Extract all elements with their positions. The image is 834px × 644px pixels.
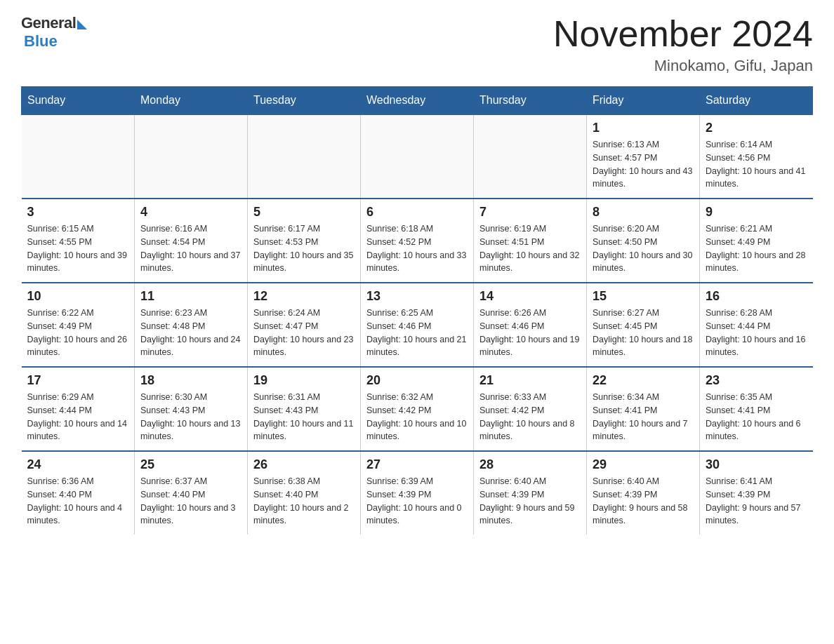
calendar-cell: 27Sunrise: 6:39 AMSunset: 4:39 PMDayligh… bbox=[361, 451, 474, 535]
header-wednesday: Wednesday bbox=[361, 87, 474, 115]
day-number: 18 bbox=[140, 373, 241, 388]
day-number: 4 bbox=[140, 205, 241, 220]
calendar-cell: 16Sunrise: 6:28 AMSunset: 4:44 PMDayligh… bbox=[700, 283, 813, 367]
day-number: 19 bbox=[253, 373, 355, 388]
header-monday: Monday bbox=[135, 87, 248, 115]
day-number: 24 bbox=[27, 457, 129, 472]
day-number: 20 bbox=[366, 373, 468, 388]
calendar-cell bbox=[248, 114, 361, 199]
logo-general-text: General bbox=[21, 14, 76, 32]
calendar-cell: 6Sunrise: 6:18 AMSunset: 4:52 PMDaylight… bbox=[361, 199, 474, 283]
day-info: Sunrise: 6:26 AMSunset: 4:46 PMDaylight:… bbox=[479, 307, 581, 359]
day-number: 17 bbox=[27, 373, 129, 388]
calendar-week-row: 3Sunrise: 6:15 AMSunset: 4:55 PMDaylight… bbox=[22, 199, 813, 283]
calendar-week-row: 24Sunrise: 6:36 AMSunset: 4:40 PMDayligh… bbox=[22, 451, 813, 535]
day-info: Sunrise: 6:22 AMSunset: 4:49 PMDaylight:… bbox=[27, 307, 129, 359]
day-info: Sunrise: 6:13 AMSunset: 4:57 PMDaylight:… bbox=[593, 138, 694, 191]
calendar-cell: 20Sunrise: 6:32 AMSunset: 4:42 PMDayligh… bbox=[361, 367, 474, 451]
calendar-cell: 19Sunrise: 6:31 AMSunset: 4:43 PMDayligh… bbox=[248, 367, 361, 451]
calendar-cell: 15Sunrise: 6:27 AMSunset: 4:45 PMDayligh… bbox=[587, 283, 700, 367]
day-info: Sunrise: 6:21 AMSunset: 4:49 PMDaylight:… bbox=[706, 222, 807, 275]
calendar-cell: 21Sunrise: 6:33 AMSunset: 4:42 PMDayligh… bbox=[474, 367, 587, 451]
calendar-cell bbox=[22, 114, 135, 199]
day-info: Sunrise: 6:15 AMSunset: 4:55 PMDaylight:… bbox=[27, 222, 129, 275]
header-tuesday: Tuesday bbox=[248, 87, 361, 115]
day-info: Sunrise: 6:41 AMSunset: 4:39 PMDaylight:… bbox=[706, 475, 807, 528]
day-info: Sunrise: 6:27 AMSunset: 4:45 PMDaylight:… bbox=[593, 307, 694, 359]
day-info: Sunrise: 6:40 AMSunset: 4:39 PMDaylight:… bbox=[593, 475, 694, 528]
calendar-cell: 30Sunrise: 6:41 AMSunset: 4:39 PMDayligh… bbox=[700, 451, 813, 535]
calendar-table: SundayMondayTuesdayWednesdayThursdayFrid… bbox=[21, 86, 813, 535]
day-number: 12 bbox=[253, 289, 355, 304]
day-info: Sunrise: 6:24 AMSunset: 4:47 PMDaylight:… bbox=[253, 307, 355, 359]
day-info: Sunrise: 6:18 AMSunset: 4:52 PMDaylight:… bbox=[366, 222, 468, 275]
calendar-subtitle: Minokamo, Gifu, Japan bbox=[553, 57, 813, 75]
day-number: 23 bbox=[706, 373, 807, 388]
calendar-cell: 12Sunrise: 6:24 AMSunset: 4:47 PMDayligh… bbox=[248, 283, 361, 367]
day-info: Sunrise: 6:14 AMSunset: 4:56 PMDaylight:… bbox=[706, 138, 807, 191]
day-number: 28 bbox=[479, 457, 581, 472]
day-number: 1 bbox=[593, 121, 694, 135]
calendar-cell: 7Sunrise: 6:19 AMSunset: 4:51 PMDaylight… bbox=[474, 199, 587, 283]
calendar-cell: 23Sunrise: 6:35 AMSunset: 4:41 PMDayligh… bbox=[700, 367, 813, 451]
day-info: Sunrise: 6:35 AMSunset: 4:41 PMDaylight:… bbox=[706, 391, 807, 443]
calendar-cell: 22Sunrise: 6:34 AMSunset: 4:41 PMDayligh… bbox=[587, 367, 700, 451]
day-number: 11 bbox=[140, 289, 241, 304]
day-number: 26 bbox=[253, 457, 355, 472]
day-info: Sunrise: 6:32 AMSunset: 4:42 PMDaylight:… bbox=[366, 391, 468, 443]
calendar-cell: 8Sunrise: 6:20 AMSunset: 4:50 PMDaylight… bbox=[587, 199, 700, 283]
calendar-cell: 17Sunrise: 6:29 AMSunset: 4:44 PMDayligh… bbox=[22, 367, 135, 451]
day-info: Sunrise: 6:28 AMSunset: 4:44 PMDaylight:… bbox=[706, 307, 807, 359]
day-info: Sunrise: 6:31 AMSunset: 4:43 PMDaylight:… bbox=[253, 391, 355, 443]
title-block: November 2024 Minokamo, Gifu, Japan bbox=[553, 14, 813, 75]
day-number: 15 bbox=[593, 289, 694, 304]
day-number: 21 bbox=[479, 373, 581, 388]
day-number: 13 bbox=[366, 289, 468, 304]
day-info: Sunrise: 6:36 AMSunset: 4:40 PMDaylight:… bbox=[27, 475, 129, 528]
day-number: 14 bbox=[479, 289, 581, 304]
header-sunday: Sunday bbox=[22, 87, 135, 115]
calendar-week-row: 1Sunrise: 6:13 AMSunset: 4:57 PMDaylight… bbox=[22, 114, 813, 199]
logo-blue-text: Blue bbox=[24, 32, 58, 51]
day-number: 7 bbox=[479, 205, 581, 220]
calendar-cell bbox=[135, 114, 248, 199]
day-info: Sunrise: 6:40 AMSunset: 4:39 PMDaylight:… bbox=[479, 475, 581, 528]
day-info: Sunrise: 6:17 AMSunset: 4:53 PMDaylight:… bbox=[253, 222, 355, 275]
calendar-cell: 18Sunrise: 6:30 AMSunset: 4:43 PMDayligh… bbox=[135, 367, 248, 451]
logo-arrow-icon bbox=[77, 20, 87, 29]
day-info: Sunrise: 6:19 AMSunset: 4:51 PMDaylight:… bbox=[479, 222, 581, 275]
calendar-cell bbox=[474, 114, 587, 199]
day-info: Sunrise: 6:33 AMSunset: 4:42 PMDaylight:… bbox=[479, 391, 581, 443]
day-info: Sunrise: 6:25 AMSunset: 4:46 PMDaylight:… bbox=[366, 307, 468, 359]
day-number: 6 bbox=[366, 205, 468, 220]
header-friday: Friday bbox=[587, 87, 700, 115]
calendar-cell: 24Sunrise: 6:36 AMSunset: 4:40 PMDayligh… bbox=[22, 451, 135, 535]
day-info: Sunrise: 6:23 AMSunset: 4:48 PMDaylight:… bbox=[140, 307, 241, 359]
calendar-cell: 9Sunrise: 6:21 AMSunset: 4:49 PMDaylight… bbox=[700, 199, 813, 283]
day-number: 29 bbox=[593, 457, 694, 472]
header-saturday: Saturday bbox=[700, 87, 813, 115]
logo: General Blue bbox=[21, 14, 87, 51]
calendar-cell: 25Sunrise: 6:37 AMSunset: 4:40 PMDayligh… bbox=[135, 451, 248, 535]
calendar-title: November 2024 bbox=[553, 14, 813, 54]
day-number: 25 bbox=[140, 457, 241, 472]
day-number: 16 bbox=[706, 289, 807, 304]
day-info: Sunrise: 6:29 AMSunset: 4:44 PMDaylight:… bbox=[27, 391, 129, 443]
day-number: 30 bbox=[706, 457, 807, 472]
day-number: 9 bbox=[706, 205, 807, 220]
day-number: 10 bbox=[27, 289, 129, 304]
page-header: General Blue November 2024 Minokamo, Gif… bbox=[21, 14, 813, 75]
day-info: Sunrise: 6:34 AMSunset: 4:41 PMDaylight:… bbox=[593, 391, 694, 443]
calendar-week-row: 10Sunrise: 6:22 AMSunset: 4:49 PMDayligh… bbox=[22, 283, 813, 367]
day-number: 22 bbox=[593, 373, 694, 388]
day-number: 2 bbox=[706, 121, 807, 135]
day-number: 3 bbox=[27, 205, 129, 220]
calendar-cell: 3Sunrise: 6:15 AMSunset: 4:55 PMDaylight… bbox=[22, 199, 135, 283]
calendar-cell: 4Sunrise: 6:16 AMSunset: 4:54 PMDaylight… bbox=[135, 199, 248, 283]
calendar-cell: 29Sunrise: 6:40 AMSunset: 4:39 PMDayligh… bbox=[587, 451, 700, 535]
day-number: 5 bbox=[253, 205, 355, 220]
calendar-cell: 2Sunrise: 6:14 AMSunset: 4:56 PMDaylight… bbox=[700, 114, 813, 199]
day-info: Sunrise: 6:37 AMSunset: 4:40 PMDaylight:… bbox=[140, 475, 241, 528]
day-number: 27 bbox=[366, 457, 468, 472]
day-info: Sunrise: 6:38 AMSunset: 4:40 PMDaylight:… bbox=[253, 475, 355, 528]
